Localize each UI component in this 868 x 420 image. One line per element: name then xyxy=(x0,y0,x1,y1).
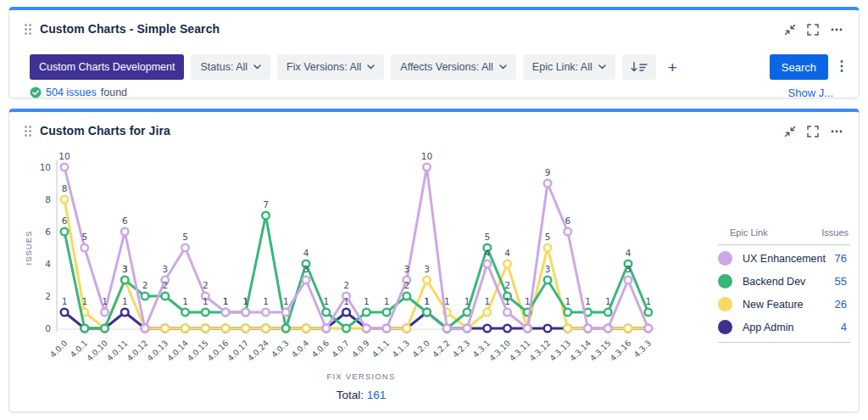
data-point[interactable] xyxy=(81,325,88,333)
data-point[interactable] xyxy=(121,228,129,236)
y-tick-label: 2 xyxy=(45,291,51,301)
data-point[interactable] xyxy=(363,309,370,316)
data-point[interactable] xyxy=(121,277,129,284)
data-point[interactable] xyxy=(464,309,471,316)
data-point[interactable] xyxy=(142,293,149,300)
data-point[interactable] xyxy=(625,325,632,333)
data-point[interactable] xyxy=(101,325,108,333)
data-point[interactable] xyxy=(544,244,552,252)
data-point[interactable] xyxy=(383,325,391,333)
data-point[interactable] xyxy=(604,325,612,333)
data-point[interactable] xyxy=(625,277,632,284)
data-point[interactable] xyxy=(282,325,290,333)
filter-chip-4[interactable]: Epic Link: All xyxy=(523,54,615,80)
issues-found-link[interactable]: 504 issues xyxy=(46,87,97,98)
data-point[interactable] xyxy=(423,164,431,171)
data-point[interactable] xyxy=(564,309,571,316)
data-point[interactable] xyxy=(262,309,270,316)
data-point[interactable] xyxy=(81,244,88,252)
y-tick-label: 6 xyxy=(45,227,51,237)
legend-count[interactable]: 4 xyxy=(841,321,850,333)
data-point[interactable] xyxy=(564,325,571,333)
search-button[interactable]: Search xyxy=(770,54,828,80)
data-point[interactable] xyxy=(483,260,491,268)
x-tick-label: 4.0.11 xyxy=(105,339,130,363)
data-point[interactable] xyxy=(644,309,652,316)
legend-count[interactable]: 26 xyxy=(835,298,850,311)
data-point[interactable] xyxy=(544,180,552,188)
data-point[interactable] xyxy=(262,325,270,333)
data-point[interactable] xyxy=(483,309,491,316)
filter-chip-0[interactable]: Custom Charts Development xyxy=(30,54,184,80)
x-tick-label: 4.0.6 xyxy=(309,339,331,360)
show-jql-link[interactable]: Show J... xyxy=(788,87,833,99)
data-point[interactable] xyxy=(61,196,69,204)
data-point[interactable] xyxy=(101,309,108,316)
data-point[interactable] xyxy=(161,325,169,333)
data-point[interactable] xyxy=(322,325,330,333)
data-point[interactable] xyxy=(222,309,230,316)
data-point[interactable] xyxy=(504,325,511,333)
add-filter-button[interactable]: + xyxy=(663,59,682,76)
data-point[interactable] xyxy=(61,164,69,171)
data-point[interactable] xyxy=(303,277,310,284)
data-point[interactable] xyxy=(464,325,471,333)
data-point[interactable] xyxy=(121,309,129,316)
data-point[interactable] xyxy=(181,309,189,316)
chart-panel: Custom Charts for Jira 0246810ISSUES4.0.… xyxy=(8,109,860,412)
data-point[interactable] xyxy=(584,325,592,333)
data-point[interactable] xyxy=(544,325,552,333)
data-point[interactable] xyxy=(142,325,149,333)
data-point[interactable] xyxy=(181,325,189,333)
data-point[interactable] xyxy=(403,293,410,300)
data-point[interactable] xyxy=(363,325,370,333)
data-label: 1 xyxy=(343,296,349,306)
data-point[interactable] xyxy=(282,309,290,316)
data-point[interactable] xyxy=(524,325,531,333)
legend-row-0[interactable]: UX Enhancement76 xyxy=(718,247,850,270)
legend-row-1[interactable]: Backend Dev55 xyxy=(718,270,850,293)
data-point[interactable] xyxy=(262,212,270,220)
legend-count[interactable]: 55 xyxy=(835,275,850,288)
data-point[interactable] xyxy=(161,293,169,300)
drag-handle-icon[interactable] xyxy=(25,24,31,35)
data-point[interactable] xyxy=(303,325,310,333)
data-point[interactable] xyxy=(544,277,552,284)
data-point[interactable] xyxy=(181,244,189,252)
data-point[interactable] xyxy=(242,309,249,316)
data-point[interactable] xyxy=(564,228,571,236)
data-point[interactable] xyxy=(443,325,451,333)
sort-order-button[interactable] xyxy=(622,54,656,80)
data-point[interactable] xyxy=(403,325,410,333)
data-point[interactable] xyxy=(423,277,431,284)
data-point[interactable] xyxy=(202,325,209,333)
more-options-icon[interactable] xyxy=(830,24,843,36)
collapse-icon[interactable] xyxy=(784,24,796,36)
legend-divider xyxy=(718,244,850,245)
data-point[interactable] xyxy=(342,325,350,333)
data-point[interactable] xyxy=(202,309,209,316)
data-point[interactable] xyxy=(504,309,511,316)
data-point[interactable] xyxy=(483,325,491,333)
legend-row-2[interactable]: New Feature26 xyxy=(718,293,850,316)
filter-chip-2[interactable]: Fix Versions: All xyxy=(277,54,384,80)
filter-chip-3[interactable]: Affects Versions: All xyxy=(391,54,516,80)
legend-count[interactable]: 76 xyxy=(835,252,850,265)
data-point[interactable] xyxy=(61,228,69,236)
data-point[interactable] xyxy=(61,309,69,316)
legend-row-3[interactable]: App Admin4 xyxy=(718,316,850,339)
data-point[interactable] xyxy=(423,309,431,316)
data-point[interactable] xyxy=(322,309,330,316)
data-point[interactable] xyxy=(383,309,391,316)
data-point[interactable] xyxy=(342,309,350,316)
filter-chip-1[interactable]: Status: All xyxy=(191,54,270,80)
fullscreen-icon[interactable] xyxy=(807,24,819,36)
data-point[interactable] xyxy=(604,309,612,316)
data-point[interactable] xyxy=(644,325,652,333)
legend-name: New Feature xyxy=(743,299,835,311)
data-point[interactable] xyxy=(504,260,511,268)
total-value-link[interactable]: 161 xyxy=(367,389,387,401)
data-point[interactable] xyxy=(222,325,230,333)
data-point[interactable] xyxy=(242,325,249,333)
search-kebab-icon[interactable] xyxy=(838,58,845,77)
